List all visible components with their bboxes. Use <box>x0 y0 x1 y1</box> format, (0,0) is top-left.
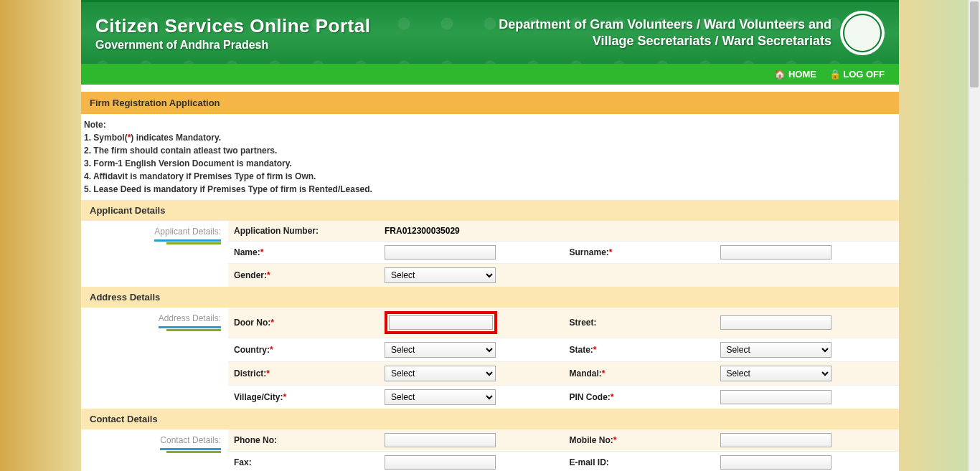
app-number-value: FRA012300035029 <box>385 226 460 236</box>
row-app-number: Application Number: FRA012300035029 <box>228 221 899 242</box>
door-input-wrap <box>385 311 497 334</box>
page-container: Citizen Services Online Portal Governmen… <box>81 0 899 471</box>
cell-state: State:* Select <box>564 338 900 361</box>
door-label-text: Door No: <box>234 318 270 328</box>
row-name-surname: Name:* Surname:* <box>228 242 899 264</box>
note-item-5: 5. Lease Deed is mandatory if Premises T… <box>84 183 896 196</box>
email-label: E-mail ID: <box>570 457 720 467</box>
underline-accent <box>166 451 221 453</box>
note-item-3: 3. Form-1 English Version Document is ma… <box>84 157 896 170</box>
req-asterisk: * <box>270 345 273 355</box>
cell-country: Country:* Select <box>228 338 564 361</box>
mobile-input[interactable] <box>720 433 831 447</box>
district-select[interactable]: Select <box>385 366 496 381</box>
state-label-text: State: <box>570 345 593 355</box>
village-select[interactable]: Select <box>385 389 496 405</box>
district-label: District:* <box>234 368 385 379</box>
scrollbar-track[interactable] <box>969 0 980 471</box>
row-village-pin: Village/City:* Select PIN Code:* <box>228 386 899 409</box>
req-asterisk: * <box>602 368 606 379</box>
door-label: Door No:* <box>234 318 385 328</box>
emblem-inner <box>843 14 882 52</box>
contact-fields: Phone No: Mobile No:* Fax: E-mail ID: <box>228 429 899 471</box>
nav-bar: 🏠 HOME 🔒 LOG OFF <box>81 64 899 85</box>
street-label: Street: <box>570 318 720 328</box>
phone-input-wrap <box>385 433 496 447</box>
district-label-text: District: <box>234 368 266 379</box>
cell-village: Village/City:* Select <box>228 386 564 409</box>
scrollbar-thumb[interactable] <box>970 1 979 87</box>
row-gender: Gender:* Select <box>228 264 899 287</box>
header-right: Department of Gram Volunteers / Ward Vol… <box>499 11 885 55</box>
door-input[interactable] <box>389 315 493 330</box>
village-label: Village/City:* <box>234 392 385 402</box>
notes-block: Note: 1. Symbol(*) indicates Mandatory. … <box>81 114 899 200</box>
req-asterisk: * <box>593 345 597 355</box>
section-contact-header: Contact Details <box>81 409 899 429</box>
mandal-label-text: Mandal: <box>570 368 602 379</box>
cell-district: District:* Select <box>228 362 564 385</box>
home-label: HOME <box>788 69 816 80</box>
cell-email: E-mail ID: <box>564 452 900 471</box>
gender-input-wrap: Select <box>385 267 496 283</box>
name-input[interactable] <box>385 245 496 260</box>
cell-surname: Surname:* <box>564 242 900 263</box>
req-asterisk: * <box>609 247 613 257</box>
phone-input[interactable] <box>385 433 496 447</box>
asterisk-sample: * <box>128 133 131 143</box>
req-asterisk: * <box>270 318 274 328</box>
content-wrap: Firm Registration Application Note: 1. S… <box>81 85 899 471</box>
header-left: Citizen Services Online Portal Governmen… <box>95 15 370 52</box>
cell-name: Name:* <box>228 242 564 263</box>
notes-heading: Note: <box>84 118 896 131</box>
logoff-link[interactable]: 🔒 LOG OFF <box>829 69 885 80</box>
state-select[interactable]: Select <box>720 342 831 358</box>
gender-label-text: Gender: <box>234 270 267 280</box>
village-label-text: Village/City: <box>234 392 283 402</box>
applicant-fields: Application Number: FRA012300035029 Name… <box>228 221 899 287</box>
country-label: Country:* <box>234 345 385 355</box>
home-link[interactable]: 🏠 HOME <box>774 69 819 80</box>
note-item-1: 1. Symbol(*) indicates Mandatory. <box>84 131 896 144</box>
name-input-wrap <box>385 245 496 260</box>
req-asterisk: * <box>283 392 286 402</box>
country-input-wrap: Select <box>385 342 496 358</box>
section-contact-body: Contact Details: Phone No: Mobile No:* <box>81 429 899 471</box>
village-input-wrap: Select <box>385 389 496 405</box>
header-banner: Citizen Services Online Portal Governmen… <box>81 0 899 64</box>
app-number-label: Application Number: <box>234 226 385 236</box>
country-select[interactable]: Select <box>385 342 496 358</box>
section-applicant-body: Applicant Details: Application Number: F… <box>81 221 899 287</box>
dept-line2: Village Secretariats / Ward Secretariats <box>499 33 831 49</box>
email-input[interactable] <box>720 455 831 470</box>
surname-input[interactable] <box>720 245 831 260</box>
fax-input[interactable] <box>385 455 496 470</box>
underline-accent <box>166 242 221 244</box>
req-asterisk: * <box>260 247 264 257</box>
name-label-text: Name: <box>234 247 260 257</box>
applicant-side-label: Applicant Details: <box>154 227 221 242</box>
pin-input[interactable] <box>720 390 831 404</box>
street-input-wrap <box>720 315 831 330</box>
logoff-label: LOG OFF <box>843 69 885 80</box>
department-name: Department of Gram Volunteers / Ward Vol… <box>499 16 831 50</box>
country-label-text: Country: <box>234 345 270 355</box>
street-input[interactable] <box>720 315 831 330</box>
mobile-label-text: Mobile No: <box>570 435 613 445</box>
req-asterisk: * <box>613 435 617 445</box>
state-label: State:* <box>570 345 720 355</box>
pin-label-text: PIN Code: <box>570 392 611 402</box>
district-input-wrap: Select <box>385 366 496 381</box>
underline-accent <box>166 329 221 331</box>
mandal-label: Mandal:* <box>570 368 720 379</box>
section-address-header: Address Details <box>81 287 899 308</box>
note-item-4: 4. Affidavit is mandatory if Premises Ty… <box>84 170 896 183</box>
dept-line1: Department of Gram Volunteers / Ward Vol… <box>499 16 831 33</box>
cell-street: Street: <box>564 308 900 338</box>
gender-select[interactable]: Select <box>385 267 496 283</box>
mobile-input-wrap <box>720 433 831 447</box>
row-fax-email: Fax: E-mail ID: <box>228 452 899 471</box>
fax-label: Fax: <box>234 457 385 467</box>
mandal-select[interactable]: Select <box>720 366 831 381</box>
cell-app-number: Application Number: FRA012300035029 <box>228 221 564 241</box>
